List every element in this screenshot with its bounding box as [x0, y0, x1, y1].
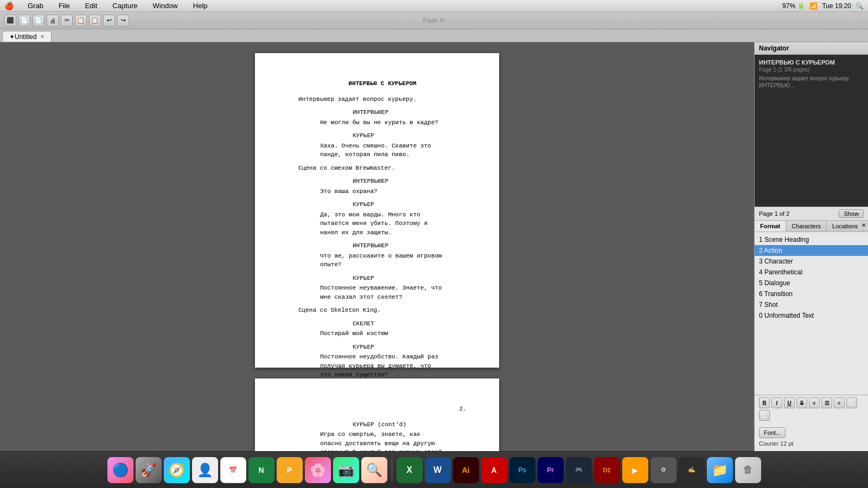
format-item-scene-heading[interactable]: 1 Scene Heading: [755, 234, 868, 245]
format-item-dialogue[interactable]: 5 Dialogue: [755, 278, 868, 288]
dialogue-line: Постоянное неуважение. Знаете, что мне с…: [320, 284, 445, 301]
format-section: ✕ Format Characters Locations Other 1 Sc…: [755, 221, 868, 451]
dock-icon-trash[interactable]: 🗑: [735, 457, 761, 483]
toolbar-btn-4[interactable]: 🖨: [47, 15, 59, 27]
menubar: 🍎 Grab File Edit Capture Window Help 97%…: [0, 0, 868, 12]
format-list: 1 Scene Heading 2 Action 3 Character 4 P…: [755, 232, 868, 323]
dock-icon-addressbook[interactable]: 👤: [192, 457, 218, 483]
tab-bar: ✦Untitled ✕: [0, 29, 868, 42]
tab-format[interactable]: Format: [755, 221, 786, 232]
toolbar-btn-3[interactable]: 📄: [33, 15, 44, 27]
dock-icon-acrobat[interactable]: A: [481, 457, 507, 483]
toolbar-btn-1[interactable]: ⬛: [4, 15, 16, 27]
format-item-transition[interactable]: 6 Transition: [755, 288, 868, 299]
character-line: ИНТЕРВЬЮЕР: [353, 241, 467, 251]
menubar-right: 97% 🔋 📶 Tue 19:20 🔍: [782, 2, 864, 10]
dock-icon-launchpad[interactable]: 🚀: [136, 457, 162, 483]
format-item-character[interactable]: 3 Character: [755, 256, 868, 267]
search-icon[interactable]: 🔍: [856, 2, 864, 10]
clock: Tue 19:20: [822, 2, 851, 10]
dock-icon-dota[interactable]: D2: [594, 457, 620, 483]
toolbar-btn-9[interactable]: ↪: [117, 15, 129, 27]
dock-icon-safari[interactable]: 🧭: [164, 457, 190, 483]
dialogue-line: Постоянное неудобство. Каждый раз получа…: [320, 352, 445, 380]
script-area[interactable]: ИНТЕРВЬЮ С КУРЬЕРОМ Интервьюер задает во…: [0, 42, 754, 451]
menu-edit[interactable]: Edit: [82, 1, 100, 10]
character-line: КУРЬЕР: [353, 343, 467, 352]
format-item-parenthetical[interactable]: 4 Parenthetical: [755, 267, 868, 278]
dock-icon-instruments[interactable]: ⚙: [650, 457, 676, 483]
main-area: ИНТЕРВЬЮ С КУРЬЕРОМ Интервьюер задает во…: [0, 42, 868, 451]
dock-icon-ical[interactable]: 📅: [220, 457, 246, 483]
dialogue-line: Да, это мои варды. Много кто пытается ме…: [320, 210, 445, 237]
toolbar: ⬛ 📄 📄 🖨 ✂ 📋 📋 ↩ ↪ Fade In: [0, 12, 868, 29]
dock-separator-1: [392, 459, 392, 481]
toolbar-btn-6[interactable]: 📋: [75, 15, 87, 27]
italic-button[interactable]: I: [771, 397, 782, 408]
format-spacer: [755, 323, 868, 395]
dock-icon-finder[interactable]: 🔵: [107, 457, 133, 483]
menu-file[interactable]: File: [55, 1, 73, 10]
dock-icon-numbers[interactable]: N: [248, 457, 275, 483]
show-button[interactable]: Show: [839, 209, 864, 218]
script-page-2: 2. КУРЬЕР (cont'd) Игра со смертью, знае…: [255, 378, 499, 451]
format-item-shot[interactable]: 7 Shot: [755, 299, 868, 310]
toolbar-btn-2[interactable]: 📄: [18, 15, 30, 27]
format-item-unformatted[interactable]: 0 Unformatted Text: [755, 310, 868, 321]
tab-locations[interactable]: Locations: [827, 221, 864, 232]
dock-icon-illustrator[interactable]: Ai: [453, 457, 479, 483]
underline-button[interactable]: U: [784, 397, 795, 408]
menu-capture[interactable]: Capture: [109, 1, 141, 10]
action-line: Сцена со Skeleton King.: [298, 306, 467, 315]
right-panel: Navigator ИНТЕРВЬЮ С КУРЬЕРОМ Page 1 (1 …: [754, 42, 868, 451]
font-button[interactable]: Font...: [759, 427, 786, 438]
menu-window[interactable]: Window: [150, 1, 181, 10]
dock-icon-filemanager[interactable]: 📁: [707, 457, 733, 483]
format-item-action[interactable]: 2 Action: [755, 245, 868, 256]
navigator-empty: [755, 98, 868, 207]
menu-help[interactable]: Help: [190, 1, 211, 10]
tab-untitled[interactable]: ✦Untitled ✕: [2, 31, 52, 42]
dialogue-line: Что же, расскажите о вашем игровом опыте…: [320, 252, 445, 269]
panel-close-button[interactable]: ✕: [859, 221, 868, 229]
dock-icon-grab[interactable]: 📷: [333, 457, 359, 483]
font-label: Courier 12 pt: [755, 439, 868, 450]
wifi-status: 📶: [809, 2, 818, 10]
dock-icon-premiere[interactable]: Pr: [538, 457, 564, 483]
dock-icon-word[interactable]: W: [425, 457, 451, 483]
dialogue-line: Это ваша охрана?: [320, 187, 445, 196]
tab-close-btn[interactable]: ✕: [40, 34, 44, 40]
action-line: Сцена со смехом Brewmaster.: [298, 164, 467, 173]
dock-icon-vlc[interactable]: ▶: [622, 457, 648, 483]
character-line: ИНТЕРВЬЮЕР: [353, 108, 467, 117]
format-tabs: Format Characters Locations Other: [755, 221, 868, 232]
font-section: Font... Courier 12 pt: [755, 423, 868, 451]
format-extra-1[interactable]: ⬜: [846, 397, 857, 408]
toolbar-btn-8[interactable]: ↩: [103, 15, 115, 27]
align-center-button[interactable]: ☰: [821, 397, 832, 408]
dock-icon-photos[interactable]: 🌸: [305, 457, 331, 483]
dock-icon-preview[interactable]: 🔍: [361, 457, 387, 483]
menu-grab[interactable]: Grab: [24, 1, 47, 10]
dock: 🔵 🚀 🧭 👤 📅 N P 🌸 📷 🔍 X W Ai A Ps Pr 🎮 D2 …: [0, 451, 868, 488]
fade-in-label: Fade In: [423, 17, 445, 24]
page-number: 2.: [298, 404, 467, 414]
dock-icon-script[interactable]: ✍: [679, 457, 705, 483]
dock-icon-photoshop[interactable]: Ps: [509, 457, 535, 483]
dock-icon-pages[interactable]: P: [277, 457, 303, 483]
character-line: КУРЬЕР: [353, 131, 467, 140]
align-right-button[interactable]: ≡: [834, 397, 845, 408]
page-indicator: Page 1 of 2 Show: [755, 207, 868, 220]
toolbar-btn-7[interactable]: 📋: [89, 15, 101, 27]
script-title: ИНТЕРВЬЮ С КУРЬЕРОМ: [298, 79, 467, 88]
dock-icon-steam[interactable]: 🎮: [566, 457, 592, 483]
align-left-button[interactable]: ≡: [809, 397, 820, 408]
format-extra-2[interactable]: ⬜: [759, 410, 770, 421]
tab-characters[interactable]: Characters: [786, 221, 827, 232]
toolbar-btn-5[interactable]: ✂: [61, 15, 73, 27]
dialogue-line: Игра со смертью, знаете, как опасно дост…: [320, 430, 445, 451]
strikethrough-button[interactable]: S: [796, 397, 807, 408]
character-line: СКЕЛЕТ: [353, 319, 467, 329]
dock-icon-excel[interactable]: X: [397, 457, 423, 483]
bold-button[interactable]: B: [759, 397, 770, 408]
